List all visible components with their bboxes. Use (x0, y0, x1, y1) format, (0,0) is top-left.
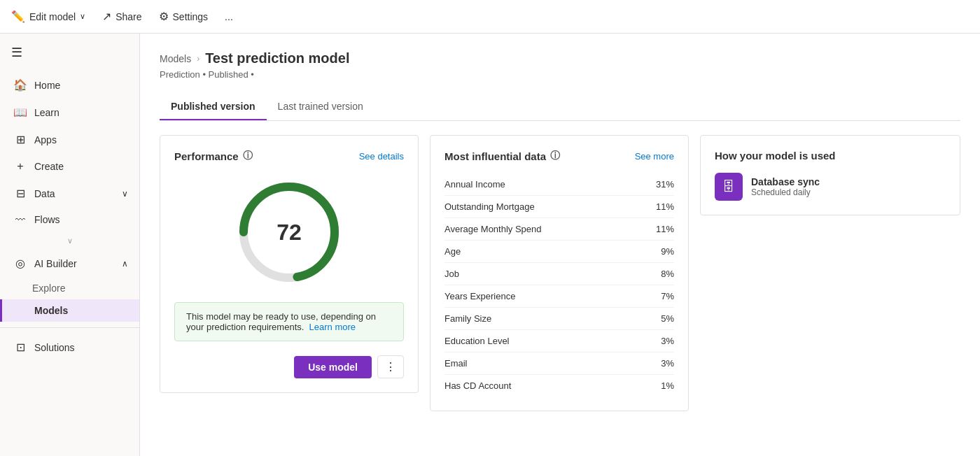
data-label: Email (444, 358, 468, 369)
db-icon-glyph: 🗄 (722, 180, 735, 194)
sidebar-label-explore: Explore (32, 283, 65, 294)
data-row: Education Level 3% (444, 330, 674, 352)
influential-title-group: Most influential data ⓘ (444, 150, 560, 162)
data-icon: ⊟ (13, 187, 27, 200)
create-icon: + (13, 160, 27, 173)
tab-published[interactable]: Published version (160, 94, 267, 120)
learn-more-link[interactable]: Learn more (309, 322, 356, 332)
tab-last-trained-label: Last trained version (278, 101, 363, 112)
sidebar-item-home[interactable]: 🏠 Home (0, 71, 139, 99)
tab-published-label: Published version (171, 101, 255, 112)
data-pct: 9% (661, 246, 674, 257)
data-pct: 5% (661, 313, 674, 324)
sidebar-item-apps[interactable]: ⊞ Apps (0, 126, 139, 153)
usage-item: 🗄 Database sync Scheduled daily (715, 173, 946, 201)
data-pct: 7% (661, 291, 674, 301)
solutions-icon: ⊡ (13, 341, 27, 354)
data-row: Average Monthly Spend 11% (444, 218, 674, 241)
sidebar-label-models: Models (34, 305, 68, 316)
home-icon: 🏠 (13, 78, 27, 92)
data-label: Job (444, 269, 459, 279)
sidebar: ☰ 🏠 Home 📖 Learn ⊞ Apps + Create ⊟ Data … (0, 34, 140, 456)
breadcrumb: Models › Test prediction model (160, 50, 960, 66)
see-more-link[interactable]: See more (635, 151, 674, 162)
data-label: Family Size (444, 313, 491, 324)
data-label: Education Level (444, 336, 510, 346)
data-row: Job 8% (444, 263, 674, 285)
data-label: Average Monthly Spend (444, 224, 542, 234)
sidebar-label-aibuilder: AI Builder (34, 258, 77, 269)
donut-chart-container: 72 (174, 176, 404, 288)
data-row: Family Size 5% (444, 308, 674, 330)
performance-card-header: Performance ⓘ See details (174, 150, 404, 162)
more-icon: ... (225, 11, 233, 22)
data-row: Annual Income 31% (444, 173, 674, 196)
settings-label: Settings (173, 11, 209, 22)
data-pct: 8% (661, 269, 674, 279)
sidebar-item-solutions[interactable]: ⊡ Solutions (0, 334, 139, 361)
gear-icon: ⚙ (159, 10, 169, 23)
data-pct: 3% (661, 336, 674, 346)
book-icon: 📖 (13, 106, 27, 119)
data-row: Age 9% (444, 241, 674, 263)
sidebar-item-learn[interactable]: 📖 Learn (0, 99, 139, 126)
aibuilder-chevron-icon: ∧ (122, 259, 128, 269)
content-area: Models › Test prediction model Predictio… (140, 34, 980, 456)
data-pct: 31% (656, 179, 674, 190)
data-label: Outstanding Mortgage (444, 201, 535, 212)
performance-title: Performance (174, 150, 239, 162)
sidebar-sub-explore[interactable]: Explore (0, 277, 139, 299)
pencil-icon: ✏️ (11, 10, 25, 23)
influential-info-icon[interactable]: ⓘ (550, 150, 560, 162)
settings-button[interactable]: ⚙ Settings (159, 10, 209, 23)
more-options-button[interactable]: ⋮ (377, 355, 404, 378)
collapse-indicator[interactable]: ∨ (0, 232, 139, 250)
edit-model-button[interactable]: ✏️ Edit model ∨ (11, 10, 85, 23)
use-model-button[interactable]: Use model (294, 356, 372, 378)
share-button[interactable]: ↗ Share (102, 10, 141, 23)
data-row: Email 3% (444, 352, 674, 375)
data-row: Has CD Account 1% (444, 375, 674, 397)
sidebar-divider (0, 327, 139, 328)
breadcrumb-chevron-icon: › (197, 54, 200, 64)
breadcrumb-current: Test prediction model (205, 50, 349, 66)
share-icon: ↗ (102, 10, 111, 23)
notice-box: This model may be ready to use, dependin… (174, 302, 404, 341)
sidebar-item-aibuilder[interactable]: ◎ AI Builder ∧ (0, 250, 139, 277)
more-button[interactable]: ... (225, 11, 233, 22)
sidebar-label-home: Home (34, 80, 60, 91)
data-pct: 3% (661, 358, 674, 369)
sidebar-sub-models[interactable]: Models (0, 299, 139, 322)
usage-title-group: How your model is used (715, 150, 836, 162)
performance-info-icon[interactable]: ⓘ (243, 150, 253, 162)
hamburger-button[interactable]: ☰ (0, 39, 139, 71)
page-meta: Prediction • Published • (160, 69, 960, 80)
apps-icon: ⊞ (13, 133, 27, 146)
usage-card: How your model is used 🗄 Database sync S… (700, 135, 960, 215)
main-layout: ☰ 🏠 Home 📖 Learn ⊞ Apps + Create ⊟ Data … (0, 34, 980, 456)
sidebar-label-apps: Apps (34, 134, 57, 145)
sidebar-item-flows[interactable]: 〰 Flows (0, 207, 139, 232)
sidebar-label-solutions: Solutions (34, 342, 75, 353)
data-pct: 1% (661, 380, 674, 391)
database-sync-icon: 🗄 (715, 173, 743, 201)
usage-item-name: Database sync (751, 176, 820, 187)
sidebar-item-create[interactable]: + Create (0, 153, 139, 180)
breadcrumb-parent[interactable]: Models (160, 53, 191, 64)
tab-last-trained[interactable]: Last trained version (267, 94, 374, 120)
data-label: Annual Income (444, 179, 505, 190)
see-details-link[interactable]: See details (359, 151, 404, 162)
influential-card-header: Most influential data ⓘ See more (444, 150, 674, 162)
flows-icon: 〰 (13, 214, 27, 225)
ai-icon: ◎ (13, 257, 27, 270)
sidebar-item-data[interactable]: ⊟ Data ∨ (0, 180, 139, 207)
sidebar-label-create: Create (34, 161, 64, 172)
edit-chevron-icon: ∨ (80, 12, 85, 21)
donut-score-label: 72 (276, 220, 302, 245)
edit-model-label: Edit model (29, 11, 76, 22)
data-row: Outstanding Mortgage 11% (444, 196, 674, 218)
data-chevron-icon: ∨ (122, 189, 128, 199)
influential-card: Most influential data ⓘ See more Annual … (430, 135, 689, 411)
toolbar: ✏️ Edit model ∨ ↗ Share ⚙ Settings ... (0, 0, 980, 34)
influential-data-list: Annual Income 31% Outstanding Mortgage 1… (444, 173, 674, 397)
